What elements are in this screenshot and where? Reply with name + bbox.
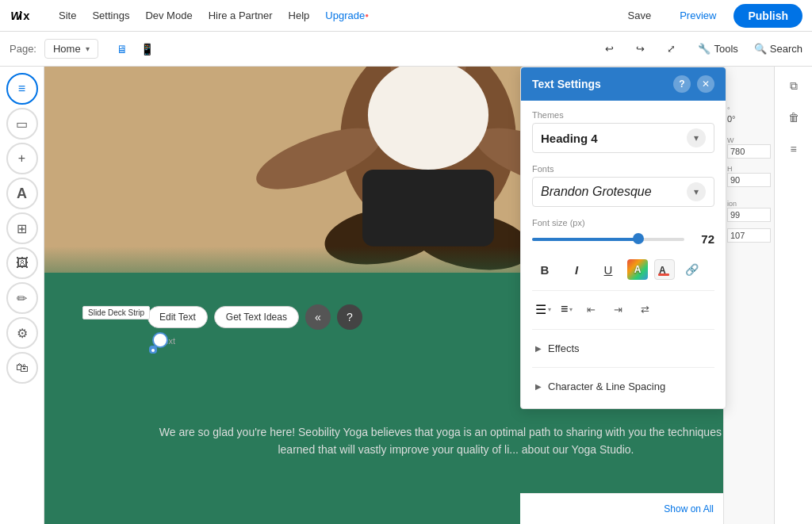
get-text-ideas-button[interactable]: Get Text Ideas — [214, 306, 299, 328]
nav-help[interactable]: Help — [281, 0, 318, 32]
nav-devmode[interactable]: Dev Mode — [137, 0, 200, 32]
indent-increase-button[interactable]: ⇥ — [606, 297, 630, 321]
nav-site[interactable]: Site — [51, 0, 84, 32]
publish-button[interactable]: Publish — [733, 4, 802, 28]
text-settings-panel: Text Settings ? ✕ Themes Heading 4 ▾ — [520, 67, 726, 409]
themes-dropdown[interactable]: Heading 4 ▾ — [532, 123, 714, 153]
pos-y-value[interactable]: 107 — [727, 228, 771, 243]
rpanel-copy-icon[interactable]: ⧉ — [781, 73, 806, 98]
page-label: Page: — [10, 43, 36, 55]
undo-button[interactable]: ↩ — [599, 40, 620, 58]
sidebar-font-icon[interactable]: A — [6, 178, 38, 209]
angle-display: ° 0° — [727, 106, 771, 124]
undo-edit-button[interactable]: « — [305, 304, 331, 330]
edit-text-button[interactable]: Edit Text — [147, 306, 208, 328]
link-button[interactable]: 🔗 — [681, 259, 702, 280]
indent-decrease-button[interactable]: ⇤ — [579, 297, 603, 321]
nav-items: Site Settings Dev Mode Hire a Partner He… — [51, 0, 377, 32]
panel-header: Text Settings ? ✕ — [521, 67, 726, 101]
sidebar-media-icon[interactable]: 🖼 — [6, 247, 38, 279]
angle-label: ° — [727, 106, 771, 114]
panel-header-buttons: ? ✕ — [673, 75, 714, 93]
panel-close-button[interactable]: ✕ — [697, 75, 714, 93]
character-spacing-section[interactable]: ▶ Character & Line Spacing — [532, 374, 714, 399]
list-dropdown[interactable]: ≡ ▾ — [557, 300, 576, 318]
nav-right: Save Preview Publish — [617, 4, 802, 28]
slider-fill — [532, 238, 638, 241]
align-row: ☰ ▾ ≡ ▾ ⇤ ⇥ ⇄ — [532, 297, 714, 321]
view-icons: 🖥 📱 — [111, 38, 159, 60]
themes-chevron-icon: ▾ — [687, 128, 706, 147]
nav-upgrade[interactable]: Upgrade● — [317, 0, 377, 32]
fonts-section: Fonts Brandon Grotesque ▾ — [532, 164, 714, 207]
canvas: Slide Deck Strip Edit Text Get Text Idea… — [44, 67, 812, 524]
panel-help-button[interactable]: ? — [673, 75, 691, 93]
align-left-dropdown[interactable]: ☰ ▾ — [532, 300, 554, 319]
fonts-dropdown[interactable]: Brandon Grotesque ▾ — [532, 177, 714, 207]
pos-y-group: 107 — [727, 228, 771, 243]
main-area: ≡ ▭ + A ⊞ 🖼 ✏ ⚙ 🛍 — [0, 67, 812, 524]
themes-value: Heading 4 — [541, 132, 598, 145]
height-value[interactable]: 90 — [727, 173, 771, 187]
left-sidebar: ≡ ▭ + A ⊞ 🖼 ✏ ⚙ 🛍 — [0, 67, 44, 524]
bold-button[interactable]: B — [532, 257, 557, 282]
search-icon: 🔍 — [754, 43, 767, 55]
sidebar-seo-icon[interactable]: ⚙ — [6, 317, 38, 349]
sidebar-add-icon[interactable]: + — [6, 143, 38, 174]
show-on-all-button[interactable]: Show on All — [657, 500, 720, 518]
sec-nav: Page: Home ▾ 🖥 📱 ↩ ↪ ⤢ 🔧 Tools 🔍 Search — [0, 32, 812, 67]
underline-button[interactable]: U — [596, 257, 621, 282]
effects-section[interactable]: ▶ Effects — [532, 336, 714, 361]
slider-thumb[interactable] — [633, 233, 644, 244]
pos-x-value[interactable]: 99 — [727, 208, 771, 222]
top-nav: W i x Site Settings Dev Mode Hire a Part… — [0, 0, 812, 32]
preview-button[interactable]: Preview — [668, 5, 727, 26]
angle-value[interactable]: 0° — [727, 114, 771, 124]
mobile-view-icon[interactable]: 📱 — [136, 38, 159, 60]
svg-rect-14 — [658, 273, 669, 276]
italic-button[interactable]: I — [564, 257, 589, 282]
sidebar-pen-icon[interactable]: ✏ — [6, 282, 38, 314]
redo-button[interactable]: ↪ — [630, 40, 651, 58]
slide-deck-label: Slide Deck Strip — [82, 306, 150, 319]
selection-handle-bc[interactable] — [150, 347, 156, 354]
rpanel-delete-icon[interactable]: 🗑 — [781, 105, 806, 130]
sidebar-market-icon[interactable]: 🛍 — [6, 352, 38, 384]
panel-body: Themes Heading 4 ▾ Fonts Brandon Grotesq… — [521, 101, 726, 408]
fonts-label: Fonts — [532, 164, 714, 174]
rtl-button[interactable]: ⇄ — [633, 297, 657, 321]
sidebar-apps-icon[interactable]: ⊞ — [6, 212, 38, 244]
font-size-row: 72 — [532, 232, 714, 246]
sidebar-rectangle-icon[interactable]: ▭ — [6, 108, 38, 140]
font-size-value[interactable]: 72 — [692, 232, 714, 246]
highlight-icon: A — [658, 263, 671, 276]
list-chevron-icon: ▾ — [569, 306, 573, 313]
themes-section: Themes Heading 4 ▾ — [532, 110, 714, 153]
pos-group: ion 99 — [727, 200, 771, 222]
font-size-slider[interactable] — [532, 237, 684, 242]
expand-button[interactable]: ⤢ — [661, 40, 682, 58]
sidebar-text-icon[interactable]: ≡ — [6, 73, 38, 105]
width-label: W — [727, 136, 771, 144]
tools-icon: 🔧 — [698, 43, 710, 55]
font-color-button[interactable] — [627, 259, 648, 280]
desktop-view-icon[interactable]: 🖥 — [111, 38, 133, 60]
edit-toolbar: Edit Text Get Text Ideas « ? — [147, 304, 362, 330]
effects-arrow-icon: ▶ — [535, 344, 542, 353]
page-chevron-icon: ▾ — [86, 44, 90, 53]
svg-text:x: x — [23, 9, 30, 21]
right-inputs-strip: ° 0° W 780 H 90 ion 99 107 — [723, 67, 774, 524]
nav-hire[interactable]: Hire a Partner — [201, 0, 281, 32]
help-edit-button[interactable]: ? — [337, 304, 362, 330]
height-group: H 90 — [727, 165, 771, 187]
highlight-color-button[interactable]: A — [654, 259, 675, 280]
search-button[interactable]: 🔍 Search — [754, 43, 802, 55]
heading-selection-box[interactable]: SEOBILITY YO — [151, 348, 155, 351]
width-value[interactable]: 780 — [727, 144, 771, 159]
tools-button[interactable]: 🔧 Tools — [691, 40, 744, 58]
align-left-icon: ☰ — [535, 302, 546, 317]
rpanel-layers-icon[interactable]: ≡ — [781, 136, 806, 162]
save-button[interactable]: Save — [617, 5, 663, 26]
nav-settings[interactable]: Settings — [84, 0, 137, 32]
page-selector[interactable]: Home ▾ — [44, 39, 98, 59]
